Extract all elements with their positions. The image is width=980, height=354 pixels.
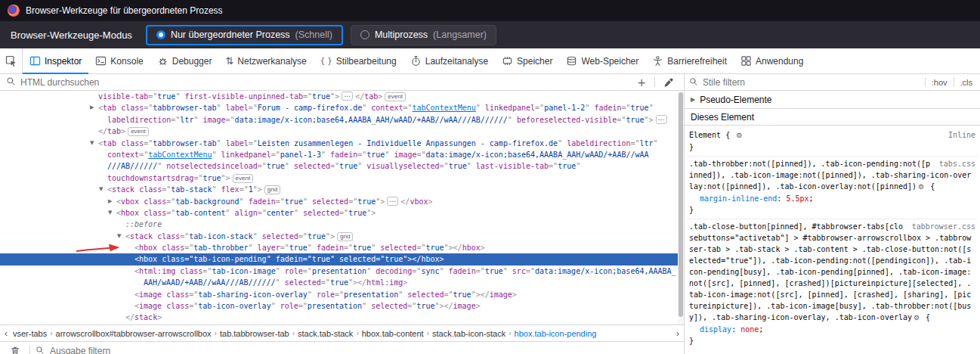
collapse-arrow-icon[interactable]: ▼: [117, 231, 121, 242]
markup-line[interactable]: ▼<hbox class="tab-content" align="center…: [0, 207, 678, 219]
breadcrumb-item[interactable]: hbox.tab-icon-pending: [512, 329, 599, 338]
eyedropper-button[interactable]: [660, 77, 678, 88]
class-panel-toggle[interactable]: .cls: [957, 78, 976, 87]
markup-attribute-value: true: [285, 197, 303, 206]
markup-line[interactable]: </stack>: [0, 312, 678, 323]
mode-option-multiprocess[interactable]: Multiprozess (Langsamer): [351, 25, 496, 45]
grid-badge[interactable]: grid: [337, 232, 353, 241]
markup-punctuation: =": [526, 267, 535, 275]
node-picker-button[interactable]: [0, 48, 23, 73]
markup-tag-name: html:img: [366, 278, 403, 287]
markup-line[interactable]: ▶<vbox class="tab-background" fadein="tr…: [0, 196, 678, 207]
markup-line[interactable]: ▶<tab class="tabbrowser-tab" label="Foru…: [0, 102, 678, 113]
property-name[interactable]: margin-inline-end: [700, 194, 777, 203]
markup-attribute-value: true: [312, 255, 330, 263]
breadcrumb-item[interactable]: stack.tab-icon-stack: [430, 329, 508, 338]
markup-line[interactable]: context="tabContextMenu" linkedpanel="pa…: [0, 149, 678, 160]
gear-icon[interactable]: ⚙: [914, 314, 920, 321]
collapse-arrow-icon[interactable]: ▼: [108, 207, 112, 219]
markup-line[interactable]: ▼<stack class="tab-icon-stack" selected=…: [0, 231, 678, 242]
markup-scrollbar[interactable]: [678, 91, 684, 324]
property-name[interactable]: display: [700, 325, 731, 334]
markup-line[interactable]: <hbox class="tab-throbber" layer="true" …: [0, 242, 678, 253]
markup-attribute-name: visuallyselected: [366, 162, 439, 170]
markup-attribute-value: true: [485, 267, 503, 275]
tab-barrierefreiheit[interactable]: Barrierefreiheit: [645, 48, 734, 73]
css-declaration[interactable]: display: none;: [689, 324, 975, 335]
property-value[interactable]: none: [740, 325, 759, 334]
style-filter-input[interactable]: [703, 77, 920, 88]
tab-konsole[interactable]: Konsole: [88, 48, 150, 73]
markup-line[interactable]: <image class="tab-sharing-icon-overlay" …: [0, 289, 678, 300]
event-badge[interactable]: event: [128, 127, 149, 136]
expand-arrow-icon[interactable]: ▶: [108, 196, 112, 207]
css-declaration[interactable]: margin-inline-end: 5.5px;: [689, 193, 975, 204]
console-filter-input[interactable]: [50, 346, 156, 354]
rule-selector[interactable]: .tab-close-button[pinned], #tabbrowser-t…: [689, 222, 971, 321]
add-node-button[interactable]: +: [633, 77, 650, 88]
event-badge[interactable]: event: [233, 174, 254, 183]
pseudo-elements-header[interactable]: ▶ Pseudo-Elemente: [685, 91, 980, 109]
gear-icon[interactable]: ⚙: [736, 132, 742, 139]
markup-line[interactable]: ▼<tab class="tabbrowser-tab" label="Leis…: [0, 138, 678, 149]
scrollbar-thumb[interactable]: [679, 92, 683, 317]
markup-idref-link[interactable]: tabContextMenu: [413, 104, 476, 112]
rule-source-link[interactable]: Inline: [948, 129, 975, 141]
css-rules-list: InlineElement { ⚙}tabs.css.tab-throbber:…: [685, 126, 980, 349]
collapse-arrow-icon[interactable]: ▼: [90, 138, 94, 149]
markup-attribute-name: class: [121, 104, 144, 112]
grid-badge[interactable]: grid: [264, 185, 280, 194]
markup-line[interactable]: ///AB//////" notselectedsinceload="true"…: [0, 160, 678, 172]
event-badge[interactable]: event: [385, 92, 406, 101]
markup-line[interactable]: labeldirection="ltr" image="data:image/x…: [0, 114, 678, 126]
markup-line[interactable]: <html:img class="tab-icon-image" role="p…: [0, 266, 678, 277]
collapsed-content-badge[interactable]: ⋯: [656, 115, 667, 124]
markup-attribute-name: image: [394, 151, 416, 159]
markup-line[interactable]: ▼<stack class="tab-stack" flex="1">grid: [0, 184, 678, 195]
markup-punctuation: =": [166, 209, 175, 217]
memory-icon: [502, 55, 513, 67]
markup-line[interactable]: <image class="tab-icon-overlay" role="pr…: [0, 300, 678, 312]
markup-line[interactable]: AAH/wAAD/+AAB//wAA///AB//////" selected=…: [0, 277, 678, 288]
pseudo-class-panel-toggle[interactable]: :hov: [929, 78, 951, 87]
gear-icon[interactable]: ⚙: [918, 183, 924, 191]
tab-inspektor[interactable]: Inspektor: [23, 48, 88, 73]
collapse-arrow-icon[interactable]: ▼: [99, 184, 103, 195]
breadcrumb-item[interactable]: stack.tab-stack: [295, 329, 355, 338]
tab-web-speicher[interactable]: Web-Speicher: [559, 48, 645, 73]
expand-arrow-icon[interactable]: ▶: [90, 102, 94, 113]
markup-search-input[interactable]: [20, 77, 629, 88]
breadcrumb-item[interactable]: arrowscrollbox#tabbrowser-arrowscrollbox: [54, 329, 214, 338]
tab-stilbearbeitung[interactable]: { }Stilbearbeitung: [314, 48, 403, 73]
breadcrumbs-scroll-right-button[interactable]: ›: [673, 328, 682, 339]
rule-source-link[interactable]: tabs.css: [939, 158, 975, 169]
markup-line[interactable]: </tab>event: [0, 126, 678, 137]
markup-line[interactable]: visible-tab="true" first-visible-unpinne…: [0, 91, 678, 102]
collapsed-content-badge[interactable]: ⋯: [387, 197, 398, 206]
markup-line[interactable]: ::before: [0, 219, 678, 230]
markup-punctuation: ">: [366, 209, 376, 217]
tab-laufzeitanalyse[interactable]: Laufzeitanalyse: [403, 48, 495, 73]
collapsed-content-badge[interactable]: ⋯: [342, 92, 353, 101]
tab-anwendung[interactable]: Anwendung: [734, 48, 810, 73]
trash-icon: [10, 346, 20, 354]
tab-debugger[interactable]: Debugger: [150, 48, 219, 73]
mode-option-parent-process[interactable]: Nur übergeordneter Prozess (Schnell): [146, 25, 343, 45]
breadcrumb-item[interactable]: vser-tabs: [11, 329, 49, 338]
markup-line[interactable]: <hbox class="tab-icon-pending" fadein="t…: [0, 253, 678, 265]
breadcrumb-item[interactable]: tab.tabbrowser-tab: [218, 329, 292, 338]
markup-tag-name: vbox: [121, 197, 139, 206]
markup-attribute-name: class: [139, 185, 162, 194]
breadcrumbs-scroll-left-button[interactable]: ‹: [2, 328, 11, 339]
markup-attribute-name: class: [144, 209, 166, 217]
clear-console-button[interactable]: [6, 346, 24, 354]
rule-source-link[interactable]: tabbrowser.css: [912, 221, 975, 232]
expand-arrow-icon[interactable]: ▶: [691, 96, 695, 103]
tab-netzwerkanalyse[interactable]: ⇅Netzwerkanalyse: [218, 48, 313, 73]
markup-line[interactable]: touchdownstartsdrag="true">event: [0, 172, 678, 184]
tab-speicher[interactable]: Speicher: [495, 48, 559, 73]
markup-idref-link[interactable]: tabContextMenu: [148, 151, 212, 159]
property-value[interactable]: 5.5px: [786, 194, 808, 203]
breadcrumb-item[interactable]: hbox.tab-content: [360, 329, 426, 338]
rule-selector[interactable]: Element: [689, 131, 721, 139]
